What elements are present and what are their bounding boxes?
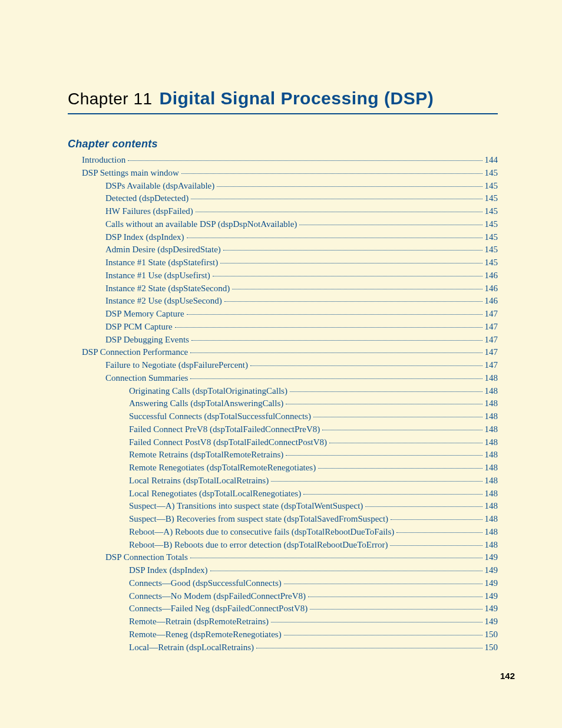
toc-entry-label[interactable]: Connects—Failed Neg (dspFailedConnectPos… [129, 602, 308, 615]
toc-leader [365, 506, 482, 507]
toc-entry-page[interactable]: 147 [485, 334, 498, 347]
toc-entry-label[interactable]: Reboot—A) Reboots due to consecutive fai… [129, 526, 394, 539]
toc-entry-page[interactable]: 149 [485, 615, 498, 628]
toc-entry-label[interactable]: Connects—Good (dspSuccessfulConnects) [129, 577, 282, 590]
toc-entry: DSP Connection Totals 149 [68, 551, 498, 564]
chapter-heading: Chapter 11 Digital Signal Processing (DS… [68, 88, 498, 114]
toc-entry-label[interactable]: Remote—Retrain (dspRemoteRetrains) [129, 615, 269, 628]
toc-entry-label[interactable]: Suspect—B) Recoveries from suspect state… [129, 513, 388, 526]
toc-entry: Calls without an available DSP (dspDspNo… [68, 218, 498, 231]
toc-leader [313, 417, 482, 417]
toc-entry-page[interactable]: 146 [485, 295, 498, 308]
toc-entry-label[interactable]: Instance #2 Use (dspUseSecond) [105, 295, 222, 308]
toc-entry-page[interactable]: 145 [485, 192, 498, 205]
toc-entry-label[interactable]: Remote Retrains (dspTotalRemoteRetrains) [129, 449, 283, 462]
toc-entry-page[interactable]: 148 [485, 436, 498, 449]
toc-entry-page[interactable]: 148 [485, 449, 498, 462]
toc-entry-label[interactable]: Failed Connect PostV8 (dspTotalFailedCon… [129, 436, 327, 449]
toc-entry: Suspect—B) Recoveries from suspect state… [68, 513, 498, 526]
toc-leader [213, 276, 482, 276]
toc-entry-label[interactable]: Instance #1 Use (dspUsefirst) [105, 269, 210, 282]
toc-entry-page[interactable]: 148 [485, 410, 498, 423]
toc-entry-page[interactable]: 148 [485, 487, 498, 500]
toc-entry-label[interactable]: DSPs Available (dspAvailable) [105, 180, 214, 193]
toc-entry-page[interactable]: 146 [485, 269, 498, 282]
toc-entry-page[interactable]: 148 [485, 385, 498, 398]
toc-entry-page[interactable]: 145 [485, 231, 498, 244]
toc-entry-page[interactable]: 149 [485, 602, 498, 615]
toc-entry-page[interactable]: 145 [485, 243, 498, 256]
toc-leader [290, 391, 482, 392]
toc-entry: DSP Index (dspIndex) 149 [68, 564, 498, 577]
toc-entry-page[interactable]: 149 [485, 564, 498, 577]
toc-entry-page[interactable]: 148 [485, 372, 498, 385]
toc-entry-label[interactable]: DSP Connection Totals [105, 551, 188, 564]
toc-entry-label[interactable]: Remote—Reneg (dspRemoteRenegotiates) [129, 628, 282, 641]
toc-entry-page[interactable]: 147 [485, 346, 498, 359]
toc-entry-label[interactable]: Instance #1 State (dspStatefirst) [105, 256, 218, 269]
toc-entry-label[interactable]: Local Renegotiates (dspTotalLocalRenegot… [129, 487, 301, 500]
toc-leader [284, 584, 482, 584]
toc-entry-label[interactable]: Answering Calls (dspTotalAnsweringCalls) [129, 397, 283, 410]
toc-entry-page[interactable]: 146 [485, 282, 498, 295]
toc-entry-page[interactable]: 145 [485, 205, 498, 218]
toc-entry-label[interactable]: Connection Summaries [105, 372, 188, 385]
toc-entry-label[interactable]: DSP Settings main window [82, 167, 179, 180]
toc-entry-page[interactable]: 145 [485, 256, 498, 269]
page-number: 142 [500, 671, 515, 681]
toc-entry-page[interactable]: 150 [485, 641, 498, 654]
toc-entry-page[interactable]: 145 [485, 180, 498, 193]
toc-entry-label[interactable]: Calls without an available DSP (dspDspNo… [105, 218, 297, 231]
toc-entry-label[interactable]: DSP Debugging Events [105, 334, 189, 347]
toc-entry-label[interactable]: Remote Renegotiates (dspTotalRemoteReneg… [129, 462, 316, 475]
toc-entry-label[interactable]: DSP PCM Capture [105, 321, 173, 334]
toc-leader [190, 558, 482, 558]
toc-entry-page[interactable]: 150 [485, 628, 498, 641]
toc-entry-label[interactable]: Local—Retrain (dspLocalRetrains) [129, 641, 254, 654]
toc-entry: Reboot—A) Reboots due to consecutive fai… [68, 526, 498, 539]
toc-entry-page[interactable]: 147 [485, 308, 498, 321]
toc-leader [128, 160, 482, 161]
toc-entry: Failed Connect PreV8 (dspTotalFailedConn… [68, 423, 498, 436]
toc-entry-page[interactable]: 148 [485, 539, 498, 552]
toc-entry-page[interactable]: 148 [485, 513, 498, 526]
toc-entry-label[interactable]: Admin Desire (dspDesiredState) [105, 243, 221, 256]
toc-entry: DSP Connection Performance147 [68, 346, 498, 359]
toc-entry-label[interactable]: Suspect—A) Transitions into suspect stat… [129, 500, 363, 513]
toc-leader [175, 327, 482, 328]
toc-entry-page[interactable]: 147 [485, 321, 498, 334]
toc-leader [190, 378, 482, 379]
toc-entry-label[interactable]: DSP Connection Performance [82, 346, 188, 359]
toc-entry-label[interactable]: DSP Index (dspIndex) [129, 564, 208, 577]
toc-entry-label[interactable]: HW Failures (dspFailed) [105, 205, 193, 218]
page: Chapter 11 Digital Signal Processing (DS… [0, 0, 562, 728]
toc-entry-label[interactable]: Introduction [82, 154, 125, 167]
toc-entry-label[interactable]: DSP Index (dspIndex) [105, 231, 184, 244]
toc-entry-label[interactable]: Detected (dspDetected) [105, 192, 189, 205]
toc-entry-page[interactable]: 145 [485, 167, 498, 180]
toc-entry-page[interactable]: 148 [485, 500, 498, 513]
toc-entry-label[interactable]: Reboot—B) Reboots due to error detection… [129, 539, 388, 552]
toc-entry-page[interactable]: 149 [485, 590, 498, 603]
toc-entry-page[interactable]: 148 [485, 462, 498, 475]
toc-entry-label[interactable]: Originating Calls (dspTotalOriginatingCa… [129, 385, 287, 398]
toc-leader [299, 225, 482, 225]
toc-entry-page[interactable]: 148 [485, 475, 498, 487]
toc-entry: Connects—Good (dspSuccessfulConnects) 14… [68, 577, 498, 590]
toc-entry-page[interactable]: 148 [485, 526, 498, 539]
toc-entry-label[interactable]: Instance #2 State (dspStateSecond) [105, 282, 230, 295]
toc-entry-label[interactable]: Connects—No Modem (dspFailedConnectPreV8… [129, 590, 306, 603]
toc-entry-page[interactable]: 145 [485, 218, 498, 231]
toc-entry-label[interactable]: Failure to Negotiate (dspFailurePercent) [105, 359, 248, 372]
toc-entry: Instance #2 State (dspStateSecond) 146 [68, 282, 498, 295]
toc-entry-label[interactable]: Successful Connects (dspTotalSuccessfulC… [129, 410, 311, 423]
toc-entry-page[interactable]: 149 [485, 577, 498, 590]
toc-entry-label[interactable]: Failed Connect PreV8 (dspTotalFailedConn… [129, 423, 320, 436]
toc-entry-page[interactable]: 144 [485, 154, 498, 167]
toc-entry-page[interactable]: 148 [485, 397, 498, 410]
toc-entry-page[interactable]: 149 [485, 551, 498, 564]
toc-entry-label[interactable]: Local Retrains (dspTotalLocalRetrains) [129, 475, 269, 487]
toc-entry-page[interactable]: 147 [485, 359, 498, 372]
toc-entry-label[interactable]: DSP Memory Capture [105, 308, 184, 321]
toc-entry-page[interactable]: 148 [485, 423, 498, 436]
